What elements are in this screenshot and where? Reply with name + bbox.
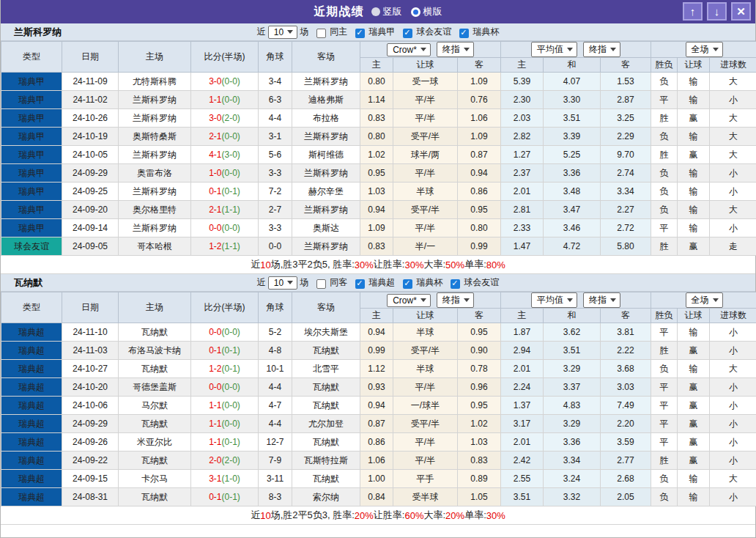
- summary-segment: 20%: [445, 510, 464, 521]
- result-goals-cell: 走: [710, 237, 756, 256]
- result-scope-select-0[interactable]: 全场: [686, 42, 723, 57]
- avg-home-cell: 2.01: [501, 360, 544, 378]
- odds-home-cell: 1.14: [360, 91, 393, 109]
- odds-home-cell: 1.12: [360, 360, 393, 378]
- table-row: 瑞典超24-10-27瓦纳默1-2(0-1)10-1北雪平1.12半球0.782…: [1, 360, 756, 378]
- avg-draw-cell: 4.07: [544, 73, 601, 91]
- handicap-cell: 受平/半: [393, 342, 458, 360]
- corner-cell: 3-4: [259, 73, 292, 91]
- layout-radio-vertical[interactable]: 竖版: [371, 5, 402, 18]
- result-goals-cell: 小: [710, 183, 756, 201]
- unchecked-checkbox[interactable]: [316, 279, 326, 289]
- odds-home-cell: 0.80: [360, 128, 393, 146]
- full-score: 2-0: [209, 455, 221, 465]
- move-down-button[interactable]: ↓: [707, 2, 727, 21]
- summary-segment: 场,胜3平2负5, 胜率:: [271, 258, 355, 271]
- checkbox-label: 球会友谊: [416, 26, 451, 38]
- checkbox-label: 瑞典杯: [472, 26, 499, 38]
- full-score: 3-0: [209, 113, 221, 123]
- result-wdl-cell: 平: [651, 415, 678, 433]
- full-score: 1-0: [209, 168, 221, 178]
- odds-source-select-0[interactable]: Crow*: [387, 294, 431, 307]
- odds-home-cell: 1.09: [360, 219, 393, 237]
- home-team-cell: 奥雷布洛: [119, 164, 191, 183]
- avg-draw-cell: 5.25: [544, 146, 601, 164]
- score-cell: 2-0(2-0): [191, 452, 259, 470]
- date-cell: 24-08-31: [62, 488, 119, 506]
- handicap-cell: 球半/两: [393, 146, 458, 164]
- odds-away-cell: 0.89: [458, 470, 501, 488]
- result-goals-cell: 小: [710, 415, 756, 433]
- date-cell: 24-09-26: [62, 433, 119, 452]
- avg-home-cell: 1.47: [501, 237, 544, 256]
- close-button[interactable]: ✕: [731, 2, 751, 21]
- result-scope-select-0[interactable]: 全场: [686, 292, 723, 308]
- odds-source-select-0[interactable]: Crow*: [387, 43, 431, 56]
- chevron-down-icon: [420, 298, 426, 302]
- odds-away-cell: 0.90: [458, 342, 501, 360]
- summary-segment: 近: [251, 509, 260, 522]
- corner-cell: 5-2: [259, 323, 292, 342]
- result-handicap-cell: 赢: [678, 415, 710, 433]
- handicap-cell: 平/半: [393, 378, 458, 397]
- checked-checkbox[interactable]: [403, 29, 412, 38]
- result-wdl-cell: 负: [651, 470, 678, 488]
- layout-radio-horizontal[interactable]: 横版: [411, 5, 442, 18]
- checked-checkbox[interactable]: [451, 279, 460, 289]
- date-cell: 24-11-03: [62, 342, 119, 360]
- column-subheader: 主: [360, 58, 393, 73]
- away-team-cell: 北雪平: [292, 360, 360, 378]
- avg-home-cell: 2.37: [501, 164, 544, 183]
- full-score: 3-0: [209, 76, 221, 86]
- recent-count-select[interactable]: 10: [268, 276, 297, 290]
- date-cell: 24-09-05: [62, 237, 119, 256]
- odds-source-select-1[interactable]: 终指: [437, 42, 474, 57]
- corner-cell: 4-4: [259, 415, 292, 433]
- avg-home-cell: 2.33: [501, 219, 544, 237]
- avg-away-cell: 2.20: [601, 415, 651, 433]
- result-handicap-cell: 赢: [678, 378, 710, 397]
- home-team-cell: 兰斯科罗纳: [119, 91, 191, 109]
- odds-home-cell: 0.94: [360, 323, 393, 342]
- odds-home-cell: 1.02: [360, 146, 393, 164]
- average-source-select-1[interactable]: 终指: [583, 42, 620, 57]
- average-source-select-0[interactable]: 平均值: [531, 42, 577, 57]
- recent-count-select[interactable]: 10: [268, 26, 297, 39]
- checked-checkbox[interactable]: [459, 29, 469, 38]
- score-cell: 0-0(0-0): [191, 323, 259, 342]
- column-header: 角球: [259, 42, 292, 73]
- recent-results-panel: 近期战绩 竖版横版 ↑↓✕ 兰斯科罗纳近10场同主瑞典甲球会友谊瑞典杯类型日期主…: [0, 0, 756, 538]
- odds-away-cell: 1.05: [458, 488, 501, 506]
- chevron-down-icon: [713, 298, 719, 302]
- move-up-button[interactable]: ↑: [683, 2, 703, 21]
- checked-checkbox[interactable]: [403, 279, 412, 289]
- arrow-down-icon: ↓: [714, 5, 720, 18]
- avg-draw-cell: 3.30: [544, 91, 601, 109]
- corner-cell: 10-1: [259, 360, 292, 378]
- result-wdl-cell: 负: [651, 360, 678, 378]
- away-team-cell: 兰斯科罗纳: [292, 201, 360, 219]
- odds-home-cell: 0.94: [360, 397, 393, 415]
- score-cell: 1-2(0-1): [191, 360, 259, 378]
- result-wdl-cell: 负: [651, 73, 678, 91]
- titlebar: 近期战绩 竖版横版 ↑↓✕: [1, 0, 755, 23]
- odds-away-cell: 0.95: [458, 201, 501, 219]
- results-table-1: 类型日期主场比分(半场)角球客场Crow*终指平均值终指全场主让球客主和客胜负让…: [1, 292, 756, 506]
- chevron-down-icon: [610, 48, 616, 51]
- table-row: 瑞典超24-09-22瓦纳默2-0(2-0)7-9瓦斯特拉斯1.06平/半0.8…: [1, 452, 756, 470]
- home-team-cell: 瓦纳默: [119, 360, 191, 378]
- odds-home-cell: 1.03: [360, 183, 393, 201]
- checked-checkbox[interactable]: [355, 279, 365, 289]
- recent-count-select-value: 10: [274, 278, 284, 288]
- avg-home-cell: 3.17: [501, 415, 544, 433]
- odds-home-cell: 0.84: [360, 488, 393, 506]
- handicap-cell: 受平/半: [393, 415, 458, 433]
- unchecked-checkbox[interactable]: [316, 29, 326, 38]
- average-source-select-1-value: 终指: [589, 43, 607, 56]
- odds-source-select-1[interactable]: 终指: [437, 292, 474, 308]
- match-type-cell: 瑞典超: [1, 397, 62, 415]
- average-source-select-1[interactable]: 终指: [583, 292, 620, 308]
- average-source-select-0[interactable]: 平均值: [531, 292, 577, 308]
- checked-checkbox[interactable]: [355, 29, 365, 38]
- average-source-group-header: 平均值终指: [501, 42, 651, 58]
